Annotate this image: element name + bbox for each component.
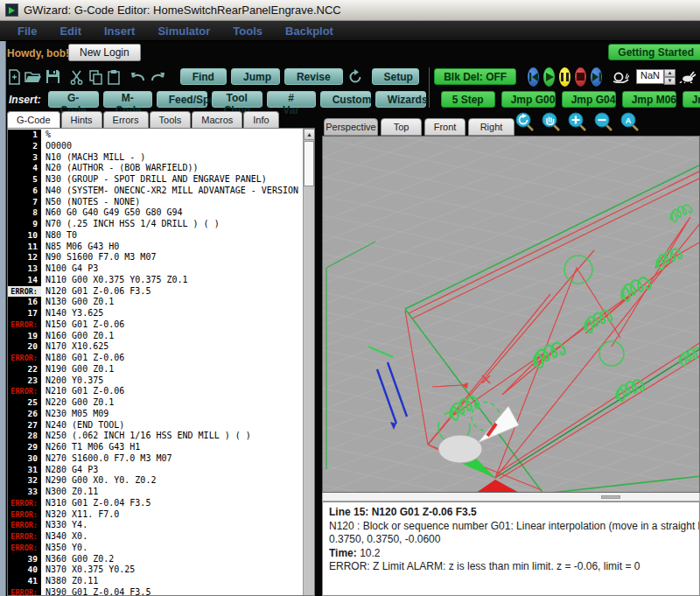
pan-view-icon[interactable] [541, 112, 562, 137]
insert-m-code-button[interactable]: M-Code [103, 91, 152, 108]
menu-item-backplot[interactable]: Backplot [285, 25, 333, 38]
revise-button[interactable]: Revise [284, 68, 343, 85]
view-tab-right[interactable]: Right [468, 118, 514, 136]
open-file-icon[interactable] [24, 69, 42, 85]
insert-g-code-button[interactable]: G-Code [48, 91, 99, 108]
5-step-button[interactable]: 5 Step [441, 91, 495, 108]
menu-item-insert[interactable]: Insert [104, 25, 135, 38]
tab-macros[interactable]: Macros [192, 111, 242, 128]
code-line[interactable]: 22N190 G00 Z0.1 [8, 364, 304, 375]
code-line[interactable]: 13N100 G4 P3 [8, 263, 304, 275]
code-line[interactable]: 29N260 T1 M06 G43 H1 [8, 442, 304, 453]
code-line[interactable]: ERROR:N180 G01 Z-0.06 [8, 353, 304, 364]
paste-icon[interactable] [107, 69, 121, 85]
code-line[interactable]: 27N240 (END TOOL) [8, 420, 304, 431]
new-file-icon[interactable] [7, 69, 21, 85]
code-line[interactable]: 10N80 T0 [8, 230, 304, 242]
tab-g-code[interactable]: G-Code [7, 111, 60, 128]
speed-up-button[interactable]: ▲ [664, 69, 676, 77]
code-line[interactable]: 3N10 (MACH3 MILL - ) [8, 152, 304, 164]
blk-del-button[interactable]: Blk Del: OFF [434, 68, 516, 85]
code-line[interactable]: 33N300 Z0.11 [8, 487, 304, 498]
scrollbar-grip[interactable] [601, 495, 620, 499]
setup-button[interactable]: Setup [372, 68, 419, 85]
view-tab-front[interactable]: Front [424, 118, 466, 136]
copy-icon[interactable] [88, 69, 103, 85]
code-line[interactable]: 31N280 G4 P3 [8, 465, 304, 476]
tab-errors[interactable]: Errors [103, 111, 149, 128]
backplot-3d-view[interactable] [322, 136, 700, 493]
code-line[interactable]: 32N290 G00 X0. Y0. Z0.2 [8, 475, 304, 487]
code-line[interactable]: 40N370 X0.375 Y0.25 [8, 564, 304, 576]
gcode-text-area[interactable]: 1%2O00003N10 (MACH3 MILL - )4N20 (AUTHOR… [7, 128, 315, 596]
code-line[interactable]: 6N40 (SYSTEM- ONECNC-XR2 MILL ADVANTAGE … [8, 186, 304, 197]
code-line[interactable]: ERROR:N340 X0. [8, 531, 304, 543]
zoom-out-icon[interactable] [593, 112, 614, 137]
skip-to-end-button[interactable] [591, 67, 602, 87]
code-line[interactable]: ERROR:N120 G01 Z-0.06 F3.5 [8, 286, 304, 298]
save-icon[interactable] [46, 69, 60, 85]
undo-icon[interactable] [130, 69, 146, 85]
tab-tools[interactable]: Tools [150, 111, 192, 128]
menu-item-simulator[interactable]: Simulator [158, 25, 210, 38]
code-line[interactable]: ERROR:N390 G01 Z-0.04 F3.5 [8, 587, 304, 596]
new-login-button[interactable]: New Login [68, 44, 141, 61]
rotate-view-icon[interactable] [514, 112, 536, 137]
insert-tool-chng-button[interactable]: Tool Chng [212, 91, 262, 108]
tab-hints[interactable]: Hints [61, 111, 102, 128]
insert-feed-spd-button[interactable]: Feed/Spd [157, 91, 207, 108]
insert--var-button[interactable]: # Var [267, 91, 316, 108]
code-line[interactable]: 12N90 S1600 F7.0 M3 M07 [8, 252, 304, 263]
menu-item-tools[interactable]: Tools [233, 25, 262, 38]
code-line[interactable]: 17N140 Y3.625 [8, 308, 304, 319]
redo-icon[interactable] [150, 69, 166, 85]
code-line[interactable]: ERROR:N150 G01 Z-0.06 [8, 319, 304, 331]
scrollbar-thumb[interactable] [304, 141, 314, 186]
code-line[interactable]: 23N200 Y0.375 [8, 375, 304, 387]
speed-down-button[interactable]: ▼ [664, 77, 676, 85]
skip-to-start-button[interactable] [528, 67, 539, 87]
code-line[interactable]: ERROR:N210 G01 Z-0.06 [8, 386, 304, 397]
code-line[interactable]: 2O0000 [8, 141, 304, 152]
speed-input[interactable]: NaN [636, 69, 664, 84]
code-line[interactable]: 4N20 (AUTHOR - (BOB WARFIELD)) [8, 163, 304, 174]
refresh-icon[interactable] [347, 69, 363, 85]
jmp-goto-button[interactable]: Jmp GOTO [682, 91, 700, 108]
code-line[interactable]: 11N85 M06 G43 H0 [8, 242, 304, 253]
scroll-up-arrow[interactable]: ▲ [304, 129, 315, 140]
insert-custom-button[interactable]: Custom [320, 91, 371, 108]
code-line[interactable]: ERROR:N330 Y4. [8, 520, 304, 531]
zoom-all-icon[interactable]: A [620, 112, 640, 137]
code-line[interactable]: 19N160 G00 Z0.1 [8, 331, 304, 342]
getting-started-button[interactable]: Getting Started [608, 44, 700, 60]
code-line[interactable]: 9N70 (.25 INCH HSS 1/4 DRILL ) ( ) [8, 219, 304, 230]
insert-wizards-button[interactable]: Wizards [375, 91, 426, 108]
code-line[interactable]: 8N60 G0 G40 G49 G50 G80 G94 [8, 207, 304, 219]
code-line[interactable]: 39N360 G00 Z0.2 [8, 554, 304, 565]
jmp-g04-button[interactable]: Jmp G04 [562, 91, 616, 108]
zoom-in-icon[interactable] [567, 112, 588, 137]
code-line[interactable]: 7N50 (NOTES - NONE) [8, 197, 304, 208]
view-tab-perspective[interactable]: Perspective [324, 118, 378, 136]
jump-button[interactable]: Jump [231, 68, 280, 85]
code-line[interactable]: ERROR:N320 X11. F7.0 [8, 509, 304, 521]
view-tab-top[interactable]: Top [381, 118, 422, 136]
cut-icon[interactable] [69, 69, 85, 85]
stop-button[interactable] [575, 67, 586, 87]
code-line[interactable]: 28N250 (.062 INCH 1/16 HSS END MILL ) ( … [8, 431, 304, 442]
code-line[interactable]: 5N30 (GROUP - SPOT DRILL AND ENGRAVE PAN… [8, 174, 304, 186]
code-line[interactable]: ERROR:N350 Y0. [8, 543, 304, 554]
code-line[interactable]: 30N270 S1600.0 F7.0 M3 M07 [8, 453, 304, 465]
code-line[interactable]: 41N380 Z0.11 [8, 576, 304, 587]
viewer-horizontal-scrollbar[interactable] [322, 493, 700, 501]
code-line[interactable]: 14N110 G00 X0.375 Y0.375 Z0.1 [8, 275, 304, 286]
menu-item-edit[interactable]: Edit [60, 25, 81, 38]
editor-vertical-scrollbar[interactable]: ▲ [303, 129, 314, 595]
find-button[interactable]: Find [180, 68, 227, 85]
code-line[interactable]: 25N220 G00 Z0.1 [8, 397, 304, 409]
jmp-g00-button[interactable]: Jmp G00 [501, 91, 556, 108]
tab-info[interactable]: Info [243, 111, 278, 128]
code-line[interactable]: 16N130 G00 Z0.1 [8, 297, 304, 308]
play-button[interactable] [543, 67, 555, 87]
jmp-m06-button[interactable]: Jmp M06 [622, 91, 676, 108]
